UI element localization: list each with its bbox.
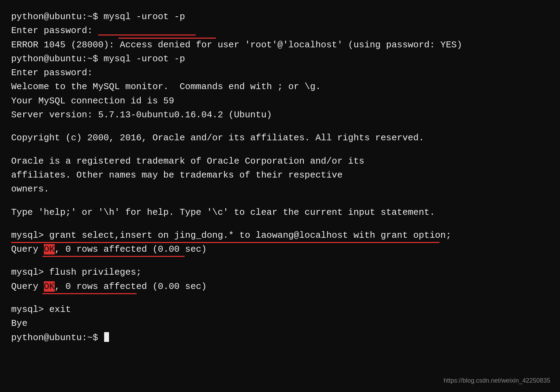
- query-underline-2: [42, 293, 137, 294]
- gap-4: [11, 219, 549, 228]
- server-version-line: Server version: 5.7.13-0ubuntu0.16.04.2 …: [11, 108, 549, 122]
- password-underline-1: [98, 25, 196, 35]
- query-ok-line-1: Query OK, 0 rows affected (0.00 sec): [11, 242, 207, 256]
- terminal-window: python@ubuntu:~$ mysql -uroot -p Enter p…: [0, 0, 560, 392]
- command-line-2: python@ubuntu:~$ mysql -uroot -p: [11, 52, 549, 66]
- welcome-line: Welcome to the MySQL monitor. Commands e…: [11, 80, 549, 94]
- query-ok-line-2: Query OK, 0 rows affected (0.00 sec): [11, 280, 549, 293]
- bye-line: Bye: [11, 316, 549, 330]
- help-line: Type 'help;' or '\h' for help. Type '\c'…: [11, 205, 549, 219]
- terminal-cursor: [104, 332, 109, 342]
- enter-password-line-2: Enter password:: [11, 66, 549, 80]
- oracle-line-2: affiliates. Other names may be trademark…: [11, 168, 549, 182]
- gap-6: [11, 293, 549, 303]
- query-underline-1: [42, 256, 185, 257]
- watermark: https://blog.csdn.net/weixin_42250835: [444, 376, 550, 386]
- exit-command-line: mysql> exit: [11, 303, 549, 316]
- oracle-line-1: Oracle is a registered trademark of Orac…: [11, 154, 549, 168]
- command-line-1: python@ubuntu:~$ mysql -uroot -p: [11, 10, 549, 24]
- connection-id-line: Your MySQL connection id is 59: [11, 94, 549, 108]
- flush-command-line: mysql> flush privileges;: [11, 265, 549, 279]
- enter-password-line-1: Enter password:: [11, 24, 549, 38]
- gap-1: [11, 122, 549, 131]
- error-line: ERROR 1045 (28000): Access denied for us…: [11, 38, 549, 52]
- grant-command-line: mysql> grant select,insert on jing_dong.…: [11, 228, 549, 242]
- final-prompt-line: python@ubuntu:~$: [11, 331, 549, 345]
- copyright-line: Copyright (c) 2000, 2016, Oracle and/or …: [11, 131, 549, 145]
- gap-5: [11, 256, 549, 265]
- oracle-line-3: owners.: [11, 182, 549, 196]
- gap-2: [11, 145, 549, 154]
- password-prompt-1: Enter password:: [11, 24, 196, 38]
- gap-3: [11, 196, 549, 205]
